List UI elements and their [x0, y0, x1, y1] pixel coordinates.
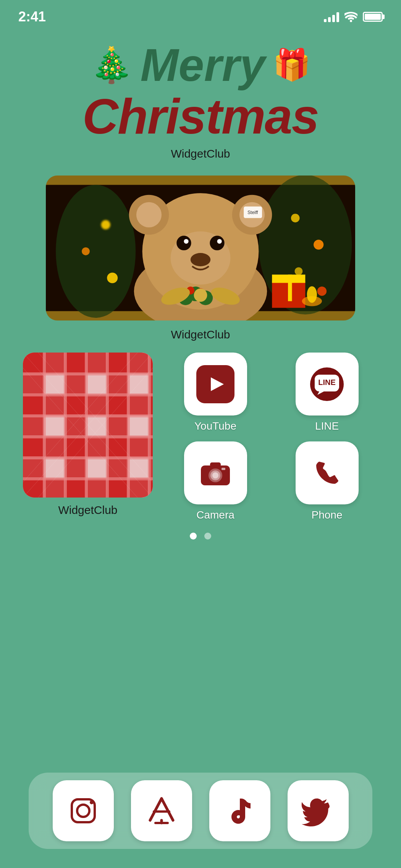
status-icons — [324, 11, 383, 22]
merry-text: Merry — [141, 42, 265, 88]
svg-rect-57 — [148, 353, 151, 498]
instagram-dock-icon[interactable] — [53, 780, 114, 841]
svg-point-83 — [90, 800, 94, 804]
right-apps: YouTube LINE LINE LINE — [164, 353, 378, 521]
instagram-dock-app[interactable] — [53, 780, 114, 841]
svg-point-31 — [194, 288, 207, 302]
svg-point-3 — [101, 220, 110, 229]
christmas-tree-emoji: 🎄 — [90, 48, 133, 82]
svg-rect-80 — [64, 792, 102, 830]
tiktok-dock-icon[interactable] — [209, 780, 270, 841]
svg-rect-77 — [210, 462, 221, 467]
signal-icon — [324, 11, 339, 22]
youtube-label: YouTube — [194, 420, 236, 432]
appstore-dock-app[interactable] — [131, 780, 192, 841]
svg-rect-53 — [64, 353, 67, 498]
camera-app[interactable]: Camera — [164, 441, 267, 521]
svg-point-5 — [107, 272, 118, 283]
svg-point-9 — [317, 287, 327, 296]
battery-icon — [363, 12, 383, 22]
plaid-widget-label: WidgetClub — [23, 504, 153, 517]
svg-rect-34 — [288, 275, 292, 301]
bear-widget-label: WidgetClub — [23, 328, 378, 341]
svg-point-20 — [217, 239, 222, 243]
line-app[interactable]: LINE LINE LINE — [276, 353, 378, 432]
svg-point-6 — [291, 214, 300, 222]
camera-label: Camera — [196, 509, 234, 521]
page-dot-1[interactable] — [190, 533, 197, 539]
app-grid: WidgetClub YouTube LINE — [23, 353, 378, 521]
status-bar: 2:41 — [0, 0, 401, 27]
gift-emoji: 🎁 — [273, 50, 311, 80]
svg-rect-56 — [127, 353, 130, 498]
tiktok-dock-app[interactable] — [209, 780, 270, 841]
svg-point-7 — [314, 240, 323, 250]
svg-text:Steiff: Steiff — [247, 210, 258, 215]
line-label: LINE — [315, 420, 339, 432]
christmas-text: Christmas — [82, 89, 319, 144]
dock — [29, 773, 372, 849]
twitter-dock-icon[interactable] — [288, 780, 349, 841]
svg-point-18 — [210, 236, 224, 250]
youtube-icon[interactable] — [184, 353, 247, 415]
svg-rect-78 — [222, 468, 225, 470]
header-widget-label: WidgetClub — [23, 147, 378, 160]
phone-label: Phone — [312, 509, 343, 521]
svg-point-76 — [212, 472, 218, 478]
svg-point-21 — [191, 253, 210, 266]
wifi-icon — [344, 11, 357, 22]
svg-point-19 — [184, 239, 188, 243]
twitter-dock-app[interactable] — [288, 780, 349, 841]
page-dot-2[interactable] — [204, 533, 211, 539]
svg-point-1 — [56, 185, 136, 318]
camera-icon[interactable] — [184, 441, 247, 504]
phone-app[interactable]: Phone — [276, 441, 378, 521]
svg-point-8 — [294, 267, 302, 275]
svg-point-13 — [136, 202, 162, 227]
line-icon[interactable]: LINE LINE — [296, 353, 359, 415]
status-time: 2:41 — [18, 9, 46, 25]
svg-point-36 — [307, 286, 317, 303]
phone-icon[interactable] — [296, 441, 359, 504]
svg-rect-52 — [43, 353, 46, 498]
svg-rect-54 — [85, 353, 88, 498]
svg-point-4 — [82, 247, 90, 255]
svg-text:LINE: LINE — [318, 378, 336, 386]
christmas-widget: 🎄 Merry 🎁 Christmas WidgetClub — [0, 27, 401, 168]
plaid-widget[interactable] — [23, 353, 153, 498]
bear-widget-container: Steiff WidgetClub — [23, 176, 378, 341]
plaid-widget-container: WidgetClub — [23, 353, 153, 517]
page-dots — [0, 533, 401, 539]
svg-point-17 — [176, 236, 191, 250]
svg-rect-55 — [106, 353, 109, 498]
appstore-dock-icon[interactable] — [131, 780, 192, 841]
bear-widget[interactable]: Steiff — [46, 176, 355, 320]
youtube-app[interactable]: YouTube — [164, 353, 267, 432]
